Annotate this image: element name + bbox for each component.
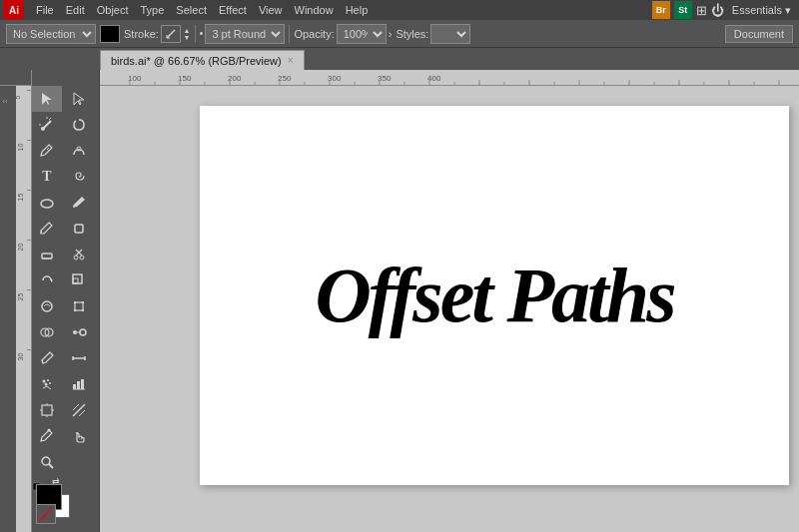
canvas-content[interactable]: Offset Paths (100, 86, 799, 532)
tool-hand[interactable] (64, 423, 94, 449)
svg-rect-26 (74, 301, 76, 303)
stroke-control: Stroke: ▲ ▼ (124, 25, 191, 43)
tool-paintbrush[interactable] (64, 190, 94, 216)
divider-1 (195, 25, 196, 43)
tool-eyedropper[interactable] (32, 345, 62, 371)
tool-ellipse[interactable] (32, 190, 62, 216)
menu-file[interactable]: File (30, 0, 60, 20)
essentials-dropdown[interactable]: Essentials ▾ (728, 4, 795, 17)
svg-marker-3 (42, 93, 52, 105)
menu-object[interactable]: Object (91, 0, 135, 20)
svg-line-10 (47, 148, 49, 150)
stroke-swatch[interactable] (161, 25, 181, 43)
svg-rect-44 (77, 381, 80, 389)
svg-point-24 (42, 301, 52, 311)
svg-line-58 (49, 464, 53, 468)
tool-lasso[interactable] (64, 112, 94, 138)
fill-color-swatch[interactable] (100, 25, 120, 43)
tools-grid: T (32, 86, 96, 532)
selection-dropdown[interactable]: No Selection (6, 24, 96, 44)
svg-point-32 (73, 330, 77, 334)
tool-curvature[interactable] (64, 138, 94, 164)
tool-rotate[interactable] (32, 267, 62, 293)
ruler-ticks (100, 70, 799, 85)
menu-bar-right: Br St ⊞ ⏻ Essentials ▾ (652, 1, 795, 19)
app-logo: Ai (4, 0, 24, 20)
bridge-icon[interactable]: Br (652, 1, 670, 19)
opacity-arrow-icon[interactable]: › (389, 28, 393, 40)
svg-point-39 (43, 380, 46, 383)
svg-rect-25 (75, 302, 83, 310)
weight-select[interactable]: 3 pt Round (205, 24, 285, 44)
tool-select[interactable] (32, 86, 62, 112)
svg-point-42 (49, 382, 51, 384)
svg-rect-14 (75, 225, 83, 233)
styles-label: Styles: (396, 28, 428, 40)
tool-pen[interactable] (32, 138, 62, 164)
styles-select[interactable] (430, 24, 470, 44)
svg-line-54 (79, 410, 85, 416)
tool-spiral[interactable] (64, 164, 94, 190)
tool-shape-builder[interactable] (32, 319, 62, 345)
menu-help[interactable]: Help (340, 0, 375, 20)
stroke-weight-box: ▲ ▼ (183, 27, 191, 41)
artwork-text: Offset Paths (315, 251, 673, 340)
tool-blend[interactable] (64, 319, 94, 345)
svg-marker-4 (74, 93, 84, 105)
bullet-icon: • (200, 28, 204, 39)
tool-artboard[interactable] (32, 397, 62, 423)
tool-placeholder (64, 449, 94, 475)
file-tab[interactable]: birds.ai* @ 66.67% (RGB/Preview) × (100, 50, 305, 70)
svg-rect-29 (82, 309, 84, 311)
tool-type[interactable]: T (32, 164, 62, 190)
svg-rect-43 (73, 384, 76, 389)
canvas-area: 100 150 200 250 300 350 400 (100, 70, 799, 532)
svg-line-7 (49, 118, 51, 120)
svg-point-33 (80, 329, 86, 335)
tool-shaper[interactable] (64, 216, 94, 242)
tool-magic-wand[interactable] (32, 112, 62, 138)
document-button-container: Document (725, 25, 793, 43)
tool-measure[interactable] (64, 345, 94, 371)
weight-control: • 3 pt Round (200, 24, 286, 44)
power-icon[interactable]: ⏻ (711, 3, 724, 18)
svg-line-61 (40, 508, 52, 520)
tool-pencil[interactable] (32, 216, 62, 242)
stroke-spinners[interactable]: ▲ ▼ (183, 27, 191, 41)
svg-point-40 (47, 379, 49, 381)
svg-marker-21 (51, 278, 53, 282)
tool-scissors[interactable] (64, 242, 94, 267)
left-ruler: 5 10 15 20 25 30 (16, 70, 32, 532)
svg-rect-15 (42, 254, 52, 259)
tool-slice[interactable] (64, 397, 94, 423)
tool-free-transform[interactable] (64, 293, 94, 319)
opacity-select[interactable]: 100% (337, 24, 387, 44)
menu-bar: Ai File Edit Object Type Select Effect V… (0, 0, 799, 20)
menu-type[interactable]: Type (135, 0, 171, 20)
svg-point-41 (45, 383, 48, 386)
tool-anchor-point[interactable] (32, 423, 62, 449)
menu-effect[interactable]: Effect (213, 0, 253, 20)
document-button[interactable]: Document (725, 25, 793, 43)
tool-direct-select[interactable] (64, 86, 94, 112)
tool-eraser[interactable] (32, 242, 62, 267)
artboard[interactable]: Offset Paths (200, 106, 789, 485)
none-indicator[interactable] (36, 504, 56, 524)
tool-warp[interactable] (32, 293, 62, 319)
menu-window[interactable]: Window (289, 0, 340, 20)
tool-zoom[interactable] (32, 449, 62, 475)
menu-view[interactable]: View (253, 0, 289, 20)
menu-edit[interactable]: Edit (60, 0, 91, 20)
svg-line-35 (42, 360, 43, 363)
menu-select[interactable]: Select (170, 0, 213, 20)
svg-rect-27 (82, 301, 84, 303)
tool-symbol-sprayer[interactable] (32, 371, 62, 397)
stock-icon[interactable]: St (674, 1, 692, 19)
grid-icon[interactable]: ⊞ (696, 3, 707, 18)
tool-bar-chart[interactable] (64, 371, 94, 397)
tool-scale[interactable] (64, 267, 94, 293)
main-area: 5 10 15 20 25 30 ‹‹ (0, 70, 799, 532)
tab-close-icon[interactable]: × (288, 55, 294, 66)
panel-collapse-button[interactable]: ‹‹ (0, 86, 10, 116)
svg-line-53 (73, 404, 79, 410)
